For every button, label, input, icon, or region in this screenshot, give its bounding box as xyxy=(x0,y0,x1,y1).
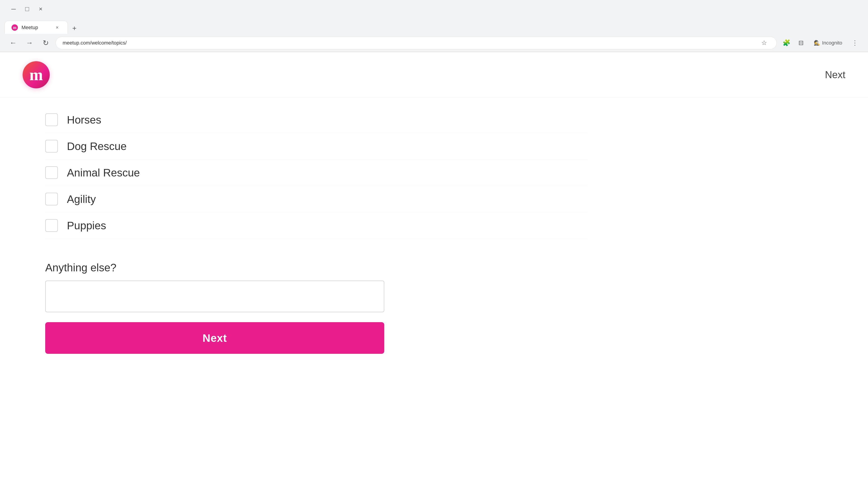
topic-label-agility: Agility xyxy=(67,193,96,205)
incognito-label: Incognito xyxy=(822,40,842,46)
window-controls: ─ □ × xyxy=(9,4,45,13)
meetup-logo: m xyxy=(23,61,50,88)
topic-checkbox-puppies[interactable] xyxy=(45,219,58,232)
forward-button[interactable]: → xyxy=(23,37,36,49)
extensions-button[interactable]: 🧩 xyxy=(780,37,793,49)
incognito-indicator: 🕵 Incognito xyxy=(809,38,847,48)
minimize-icon: ─ xyxy=(11,5,16,13)
topic-item-horses: Horses xyxy=(45,107,588,133)
logo-letter: m xyxy=(29,67,43,83)
header-next-button[interactable]: Next xyxy=(825,69,845,80)
title-bar: ─ □ × xyxy=(0,0,868,18)
tabs-bar: m Meetup × + xyxy=(0,18,868,34)
anything-else-label: Anything else? xyxy=(45,261,823,274)
topic-label-horses: Horses xyxy=(67,113,101,126)
maximize-button[interactable]: □ xyxy=(23,4,32,13)
refresh-icon: ↻ xyxy=(43,39,49,47)
svg-text:m: m xyxy=(13,25,17,30)
next-button[interactable]: Next xyxy=(45,322,384,354)
topic-label-puppies: Puppies xyxy=(67,219,106,232)
topic-item-dog-rescue: Dog Rescue xyxy=(45,133,588,160)
page-content: m Next Horses Dog Rescue Animal Rescue A… xyxy=(0,52,868,488)
nav-bar: ← → ↻ meetup.com/welcome/topics/ ☆ 🧩 ⊟ 🕵… xyxy=(0,34,868,52)
menu-icon: ⋮ xyxy=(852,39,858,46)
topics-container: Horses Dog Rescue Animal Rescue Agility … xyxy=(0,98,633,248)
topic-checkbox-agility[interactable] xyxy=(45,193,58,205)
tab-close-button[interactable]: × xyxy=(54,24,61,31)
address-bar[interactable]: meetup.com/welcome/topics/ ☆ xyxy=(56,37,777,49)
incognito-icon: 🕵 xyxy=(814,40,820,46)
new-tab-icon: + xyxy=(72,24,76,33)
nav-icons: 🧩 ⊟ 🕵 Incognito ⋮ xyxy=(780,37,861,49)
maximize-icon: □ xyxy=(25,5,29,13)
topic-checkbox-horses[interactable] xyxy=(45,113,58,126)
back-button[interactable]: ← xyxy=(7,37,20,49)
extensions-icon: 🧩 xyxy=(782,39,790,46)
browser-chrome: ─ □ × m Meetup × + ← xyxy=(0,0,868,52)
tab-favicon: m xyxy=(11,24,18,31)
close-button[interactable]: × xyxy=(36,4,45,13)
topic-item-animal-rescue: Animal Rescue xyxy=(45,160,588,186)
bookmark-button[interactable]: ☆ xyxy=(759,37,770,48)
new-tab-button[interactable]: + xyxy=(69,23,80,34)
active-tab[interactable]: m Meetup × xyxy=(4,21,68,34)
anything-else-section: Anything else? Next xyxy=(0,248,868,367)
topic-checkbox-dog-rescue[interactable] xyxy=(45,140,58,153)
topic-checkbox-animal-rescue[interactable] xyxy=(45,166,58,179)
close-icon: × xyxy=(39,5,42,13)
menu-button[interactable]: ⋮ xyxy=(848,37,861,49)
bookmark-icon: ☆ xyxy=(761,39,767,46)
url-display: meetup.com/welcome/topics/ xyxy=(63,40,755,46)
topic-item-puppies: Puppies xyxy=(45,213,588,239)
logo-container: m xyxy=(23,61,50,88)
forward-icon: → xyxy=(26,39,33,47)
sidebar-icon: ⊟ xyxy=(798,39,804,46)
sidebar-button[interactable]: ⊟ xyxy=(795,37,807,49)
page-header: m Next xyxy=(0,52,868,98)
topic-label-dog-rescue: Dog Rescue xyxy=(67,140,127,153)
tab-title: Meetup xyxy=(22,25,50,31)
topic-label-animal-rescue: Animal Rescue xyxy=(67,166,140,179)
refresh-button[interactable]: ↻ xyxy=(39,37,52,49)
back-icon: ← xyxy=(9,39,17,47)
anything-else-input[interactable] xyxy=(45,281,384,312)
topic-item-agility: Agility xyxy=(45,186,588,213)
minimize-button[interactable]: ─ xyxy=(9,4,18,13)
tab-close-icon: × xyxy=(56,25,59,31)
